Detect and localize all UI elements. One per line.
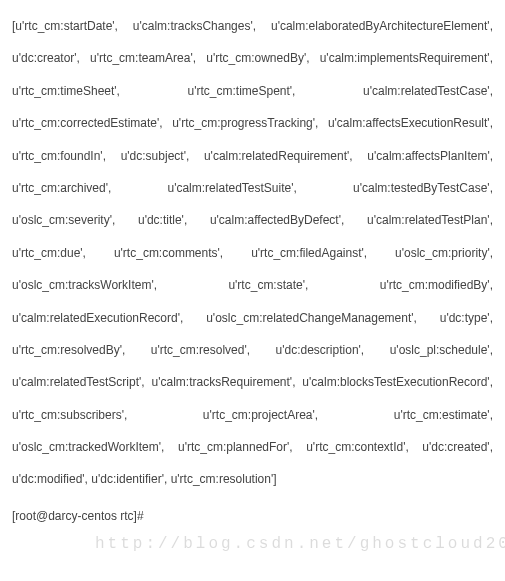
- list-item: u'rtc_cm:archived',: [12, 181, 111, 195]
- list-item: u'calm:tracksRequirement',: [152, 375, 296, 389]
- list-item: u'oslc_pl:schedule',: [390, 343, 493, 357]
- list-item: u'dc:creator',: [12, 51, 80, 65]
- list-item: u'oslc_cm:trackedWorkItem',: [12, 440, 164, 454]
- list-item: u'rtc_cm:filedAgainst',: [251, 246, 367, 260]
- list-item: u'rtc_cm:subscribers',: [12, 408, 127, 422]
- list-item: u'rtc_cm:resolution']: [171, 472, 277, 486]
- list-item: u'calm:relatedRequirement',: [204, 149, 353, 163]
- list-item: u'dc:created',: [422, 440, 493, 454]
- terminal-list-output: [u'rtc_cm:startDate', u'calm:tracksChang…: [12, 10, 493, 496]
- list-item: u'calm:affectsExecutionResult',: [328, 116, 493, 130]
- list-item: u'oslc_cm:tracksWorkItem',: [12, 278, 157, 292]
- list-item: u'rtc_cm:timeSheet',: [12, 84, 120, 98]
- list-item: u'calm:relatedTestPlan',: [367, 213, 493, 227]
- list-item: u'dc:description',: [276, 343, 365, 357]
- list-item: u'oslc_cm:priority',: [395, 246, 493, 260]
- list-item: u'rtc_cm:teamArea',: [90, 51, 196, 65]
- list-item: u'calm:implementsRequirement',: [320, 51, 493, 65]
- list-item: u'calm:relatedTestScript',: [12, 375, 145, 389]
- list-item: u'rtc_cm:projectArea',: [203, 408, 318, 422]
- list-item: u'rtc_cm:comments',: [114, 246, 223, 260]
- list-item: u'calm:testedByTestCase',: [353, 181, 493, 195]
- list-item: u'rtc_cm:due',: [12, 246, 86, 260]
- list-item: u'rtc_cm:state',: [228, 278, 308, 292]
- list-item: [u'rtc_cm:startDate',: [12, 19, 118, 33]
- shell-prompt: [root@darcy-centos rtc]#: [12, 508, 493, 525]
- list-item: u'calm:tracksChanges',: [133, 19, 256, 33]
- list-item: u'oslc_cm:severity',: [12, 213, 115, 227]
- list-item: u'dc:modified',: [12, 472, 88, 486]
- list-item: u'rtc_cm:resolvedBy',: [12, 343, 125, 357]
- list-item: u'rtc_cm:ownedBy',: [206, 51, 309, 65]
- list-item: u'dc:title',: [138, 213, 187, 227]
- list-item: u'rtc_cm:plannedFor',: [178, 440, 293, 454]
- list-item: u'rtc_cm:foundIn',: [12, 149, 106, 163]
- list-item: u'rtc_cm:contextId',: [306, 440, 409, 454]
- list-item: u'calm:relatedExecutionRecord',: [12, 311, 183, 325]
- list-item: u'rtc_cm:resolved',: [151, 343, 250, 357]
- list-item: u'calm:relatedTestCase',: [363, 84, 493, 98]
- list-item: u'rtc_cm:progressTracking',: [172, 116, 318, 130]
- list-item: u'rtc_cm:modifiedBy',: [380, 278, 493, 292]
- list-item: u'calm:blocksTestExecutionRecord',: [302, 375, 493, 389]
- list-item: u'calm:affectedByDefect',: [210, 213, 344, 227]
- list-item: u'calm:affectsPlanItem',: [367, 149, 493, 163]
- list-item: u'oslc_cm:relatedChangeManagement',: [206, 311, 417, 325]
- list-item: u'calm:elaboratedByArchitectureElement',: [271, 19, 493, 33]
- list-item: u'calm:relatedTestSuite',: [167, 181, 296, 195]
- list-item: u'rtc_cm:timeSpent',: [188, 84, 296, 98]
- list-item: u'dc:identifier',: [91, 472, 167, 486]
- list-item: u'rtc_cm:correctedEstimate',: [12, 116, 163, 130]
- list-item: u'dc:type',: [440, 311, 493, 325]
- list-item: u'rtc_cm:estimate',: [394, 408, 493, 422]
- list-item: u'dc:subject',: [121, 149, 190, 163]
